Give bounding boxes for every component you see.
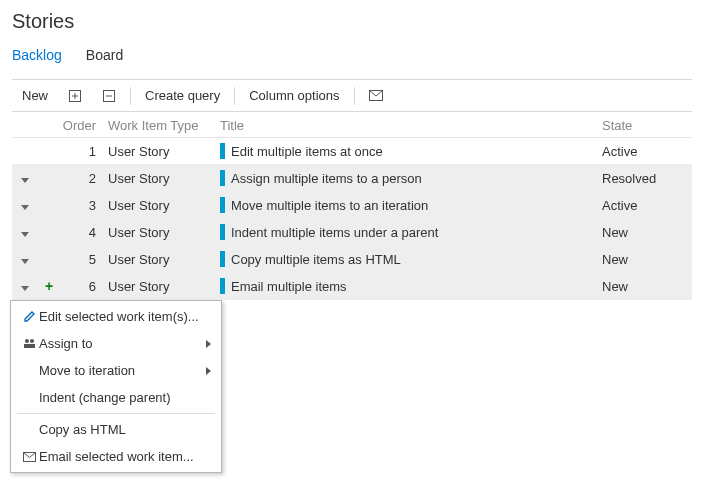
minus-box-icon [102, 89, 116, 103]
new-label: New [22, 88, 48, 103]
new-button[interactable]: New [12, 84, 58, 107]
svg-point-7 [30, 339, 34, 343]
cell-title[interactable]: Edit multiple items at once [220, 143, 602, 159]
mail-icon [19, 452, 39, 462]
cell-order: 1 [60, 144, 108, 159]
toolbar: New Create query Column options [12, 79, 692, 112]
toolbar-separator [354, 87, 355, 105]
cell-state: New [602, 225, 692, 240]
work-item-color-bar [220, 278, 225, 294]
cell-order: 5 [60, 252, 108, 267]
cell-type: User Story [108, 252, 220, 267]
cell-state: Resolved [602, 171, 692, 186]
ctx-indent-label: Indent (change parent) [39, 390, 211, 405]
ctx-move[interactable]: Move to iteration [11, 357, 221, 384]
chevron-right-icon [206, 340, 211, 348]
table-row[interactable]: 5User StoryCopy multiple items as HTMLNe… [12, 246, 692, 273]
page-title: Stories [12, 10, 692, 33]
cell-type: User Story [108, 279, 220, 294]
cell-state: New [602, 279, 692, 294]
mail-icon [369, 89, 383, 103]
chevron-down-icon[interactable] [21, 286, 29, 291]
toolbar-separator [234, 87, 235, 105]
work-item-color-bar [220, 251, 225, 267]
ctx-email[interactable]: Email selected work item... [11, 443, 221, 470]
cell-title[interactable]: Indent multiple items under a parent [220, 224, 602, 240]
table-row[interactable]: 2User StoryAssign multiple items to a pe… [12, 165, 692, 192]
pencil-icon [19, 310, 39, 323]
cell-order: 4 [60, 225, 108, 240]
ctx-edit[interactable]: Edit selected work item(s)... [11, 303, 221, 330]
svg-point-6 [25, 339, 29, 343]
chevron-down-icon[interactable] [21, 205, 29, 210]
header-order[interactable]: Order [60, 118, 108, 133]
chevron-right-icon [206, 367, 211, 375]
work-item-color-bar [220, 197, 225, 213]
header-type[interactable]: Work Item Type [108, 118, 220, 133]
tab-board[interactable]: Board [86, 47, 123, 67]
ctx-indent[interactable]: Indent (change parent) [11, 384, 221, 411]
header-title[interactable]: Title [220, 118, 602, 133]
ctx-separator [17, 413, 215, 414]
cell-title[interactable]: Email multiple items [220, 278, 602, 294]
chevron-down-icon[interactable] [21, 232, 29, 237]
cell-state: Active [602, 198, 692, 213]
ctx-copy-html[interactable]: Copy as HTML [11, 416, 221, 443]
chevron-down-icon[interactable] [21, 178, 29, 183]
cell-title[interactable]: Move multiple items to an iteration [220, 197, 602, 213]
backlog-grid: Order Work Item Type Title State 1User S… [12, 112, 692, 300]
plus-box-icon [68, 89, 82, 103]
expand-button[interactable] [58, 85, 92, 107]
table-row[interactable]: 1User StoryEdit multiple items at onceAc… [12, 138, 692, 165]
ctx-edit-label: Edit selected work item(s)... [39, 309, 211, 324]
ctx-move-label: Move to iteration [39, 363, 200, 378]
tab-backlog[interactable]: Backlog [12, 47, 62, 67]
table-row[interactable]: 4User StoryIndent multiple items under a… [12, 219, 692, 246]
cell-state: New [602, 252, 692, 267]
cell-type: User Story [108, 198, 220, 213]
header-state[interactable]: State [602, 118, 692, 133]
work-item-color-bar [220, 170, 225, 186]
cell-state: Active [602, 144, 692, 159]
table-row[interactable]: 3User StoryMove multiple items to an ite… [12, 192, 692, 219]
cell-order: 2 [60, 171, 108, 186]
cell-title[interactable]: Assign multiple items to a person [220, 170, 602, 186]
cell-title[interactable]: Copy multiple items as HTML [220, 251, 602, 267]
add-icon[interactable]: + [45, 278, 53, 294]
chevron-down-icon[interactable] [21, 259, 29, 264]
create-query-button[interactable]: Create query [135, 84, 230, 107]
ctx-email-label: Email selected work item... [39, 449, 211, 464]
ctx-assign[interactable]: Assign to [11, 330, 221, 357]
work-item-color-bar [220, 224, 225, 240]
table-row[interactable]: +6User StoryEmail multiple itemsNew [12, 273, 692, 300]
toolbar-separator [130, 87, 131, 105]
ctx-copy-label: Copy as HTML [39, 422, 211, 437]
cell-order: 6 [60, 279, 108, 294]
cell-type: User Story [108, 225, 220, 240]
context-menu: Edit selected work item(s)... Assign to … [10, 300, 222, 473]
grid-header: Order Work Item Type Title State [12, 112, 692, 138]
tab-bar: Backlog Board [12, 47, 692, 67]
work-item-color-bar [220, 143, 225, 159]
collapse-button[interactable] [92, 85, 126, 107]
svg-rect-9 [29, 344, 35, 348]
column-options-button[interactable]: Column options [239, 84, 349, 107]
cell-order: 3 [60, 198, 108, 213]
ctx-assign-label: Assign to [39, 336, 200, 351]
cell-type: User Story [108, 171, 220, 186]
cell-type: User Story [108, 144, 220, 159]
people-icon [19, 338, 39, 349]
email-button[interactable] [359, 85, 393, 107]
